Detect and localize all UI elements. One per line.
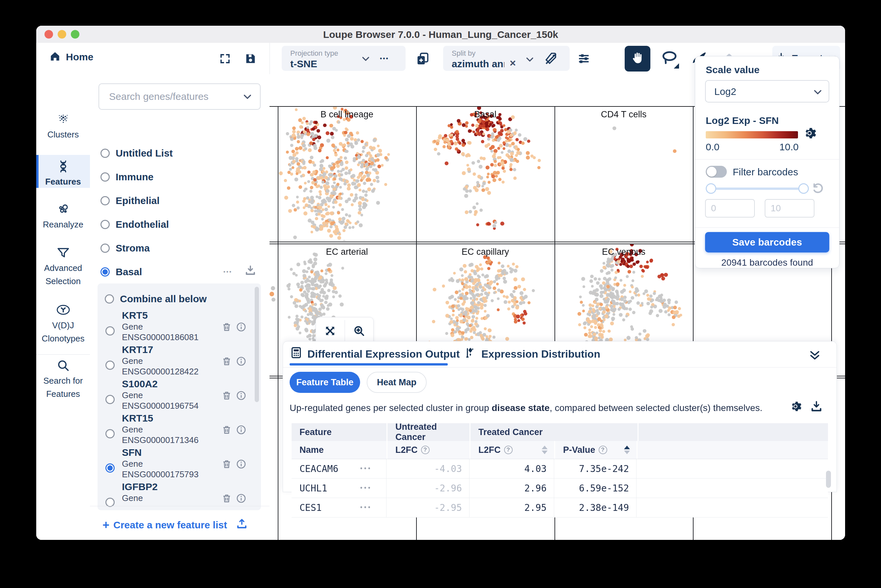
lasso-tool-button[interactable] xyxy=(661,50,680,69)
gear-icon[interactable] xyxy=(804,126,818,141)
radio-icon[interactable] xyxy=(100,220,110,229)
radio-icon[interactable] xyxy=(105,326,115,336)
barcode-range-slider[interactable] xyxy=(710,188,804,190)
tab-differential-expression-output[interactable]: Differential Expression Output xyxy=(289,346,460,362)
info-icon[interactable] xyxy=(236,493,246,505)
row-menu-icon[interactable]: ••• xyxy=(360,466,372,472)
projection-menu-icon[interactable]: ••• xyxy=(380,55,389,62)
radio-icon[interactable] xyxy=(105,294,114,303)
sort-icon[interactable] xyxy=(542,446,548,454)
feature-list-untitled[interactable]: Untitled List xyxy=(100,147,173,160)
save-icon[interactable] xyxy=(244,52,257,65)
basal-menu-icon[interactable]: ••• xyxy=(223,268,232,275)
search-icon xyxy=(56,368,70,374)
table-settings-gear-icon[interactable] xyxy=(790,400,803,414)
info-icon[interactable] xyxy=(236,322,246,333)
radio-icon[interactable] xyxy=(105,361,115,370)
reset-icon[interactable] xyxy=(811,182,824,196)
feature-list-endothelial[interactable]: Endothelial xyxy=(100,218,169,231)
feature-list-epithelial[interactable]: Epithelial xyxy=(100,194,159,207)
radio-icon[interactable] xyxy=(100,196,110,206)
column-header-name[interactable]: Name xyxy=(292,441,387,459)
fullscreen-button[interactable] xyxy=(219,53,231,64)
app-window: Loupe Browser 7.0.0 - Human_Lung_Cancer_… xyxy=(36,26,845,540)
gene-list-scrollbar[interactable] xyxy=(255,287,259,402)
help-icon[interactable]: ? xyxy=(421,446,430,454)
new-view-icon[interactable] xyxy=(415,51,430,66)
sidebar-item-features[interactable]: Features xyxy=(36,159,90,188)
radio-icon[interactable] xyxy=(100,148,110,158)
fit-view-button[interactable] xyxy=(316,317,345,344)
table-download-icon[interactable] xyxy=(810,400,823,414)
slider-handle-max[interactable] xyxy=(798,183,809,194)
filter-barcodes-toggle[interactable] xyxy=(706,166,727,178)
chevron-down-icon[interactable] xyxy=(525,54,535,66)
sidebar-item-vdj-clonotypes[interactable]: V(D)J Clonotypes xyxy=(36,302,90,345)
info-icon[interactable] xyxy=(236,390,246,402)
projection-type-dropdown[interactable]: Projection type t-SNE ••• xyxy=(282,46,406,71)
upload-icon[interactable] xyxy=(235,518,248,531)
trash-icon[interactable] xyxy=(222,459,232,471)
table-row[interactable]: CEACAM6••• -4.03 4.03 7.35e-242 xyxy=(292,459,828,478)
feature-list-immune[interactable]: Immune xyxy=(100,170,154,184)
search-genes-input[interactable] xyxy=(99,83,261,110)
feature-list-stroma[interactable]: Stroma xyxy=(100,242,150,255)
chevron-down-icon[interactable] xyxy=(242,91,253,103)
clear-split-icon[interactable]: × xyxy=(510,57,516,69)
trash-icon[interactable] xyxy=(222,424,232,436)
trash-icon[interactable] xyxy=(222,390,232,402)
tab-expression-distribution[interactable]: Expression Distribution xyxy=(464,346,600,362)
create-feature-list-button[interactable]: + Create a new feature list xyxy=(102,518,227,532)
trash-icon[interactable] xyxy=(222,493,232,505)
trash-icon[interactable] xyxy=(222,322,232,333)
table-row[interactable]: UCHL1••• -2.96 2.96 6.59e-152 xyxy=(292,478,828,498)
help-icon[interactable]: ? xyxy=(599,446,607,454)
range-max-input[interactable] xyxy=(765,199,814,218)
table-scrollbar[interactable] xyxy=(826,471,831,488)
zoom-in-button[interactable] xyxy=(345,317,374,344)
split-by-dropdown[interactable]: Split by azimuth anno × xyxy=(443,46,570,71)
row-menu-icon[interactable]: ••• xyxy=(360,485,372,491)
trash-icon[interactable] xyxy=(222,356,232,368)
view-feature-table-button[interactable]: Feature Table xyxy=(289,372,360,393)
column-header-l2fc-treated[interactable]: L2FC? xyxy=(469,441,554,459)
combine-all-below-option[interactable]: Combine all below xyxy=(105,293,207,304)
info-icon[interactable] xyxy=(236,356,246,368)
tsne-plot-b-cell-lineage[interactable] xyxy=(279,107,415,241)
sidebar-item-search-for-features[interactable]: Search for Features xyxy=(36,358,90,400)
table-row[interactable]: CES1••• -2.95 2.95 2.38e-149 xyxy=(292,498,828,518)
plot-settings-icon[interactable] xyxy=(577,51,591,66)
column-header-l2fc-untreated[interactable]: L2FC? xyxy=(387,441,469,459)
radio-selected-icon[interactable] xyxy=(100,267,110,276)
sort-icon-active[interactable] xyxy=(624,446,630,454)
help-icon[interactable]: ? xyxy=(504,446,512,454)
radio-selected-icon[interactable] xyxy=(105,464,115,472)
chevron-down-icon[interactable] xyxy=(361,54,371,65)
slider-handle-min[interactable] xyxy=(706,183,716,194)
info-icon[interactable] xyxy=(236,459,246,471)
scale-value-select[interactable]: Log2 xyxy=(705,80,829,102)
tsne-plot-basal[interactable] xyxy=(417,107,554,241)
collapse-panel-icon[interactable] xyxy=(808,349,821,363)
home-button[interactable]: Home xyxy=(49,50,93,64)
save-barcodes-button[interactable]: Save barcodes xyxy=(705,232,829,252)
radio-icon[interactable] xyxy=(100,172,110,182)
radio-icon[interactable] xyxy=(105,498,115,507)
tsne-plot-cd4-t-cells[interactable] xyxy=(555,107,692,241)
radio-icon[interactable] xyxy=(105,429,115,438)
window-title: Loupe Browser 7.0.0 - Human_Lung_Cancer_… xyxy=(36,29,845,40)
basal-download-icon[interactable] xyxy=(244,264,257,278)
pan-tool-button[interactable] xyxy=(625,46,650,72)
row-menu-icon[interactable]: ••• xyxy=(360,505,372,510)
range-min-input[interactable] xyxy=(705,199,755,218)
sidebar-item-clusters[interactable]: Clusters xyxy=(36,112,90,141)
radio-icon[interactable] xyxy=(100,244,110,253)
info-icon[interactable] xyxy=(236,424,246,436)
feature-list-basal[interactable]: Basal xyxy=(100,266,142,279)
hide-labels-icon[interactable] xyxy=(543,51,559,68)
sidebar-item-reanalyze[interactable]: Reanalyze xyxy=(36,202,90,231)
view-heat-map-button[interactable]: Heat Map xyxy=(367,372,427,393)
sidebar-item-advanced-selection[interactable]: Advanced Selection xyxy=(36,246,90,288)
column-header-p-value[interactable]: P-Value? xyxy=(554,441,637,459)
radio-icon[interactable] xyxy=(105,395,115,404)
